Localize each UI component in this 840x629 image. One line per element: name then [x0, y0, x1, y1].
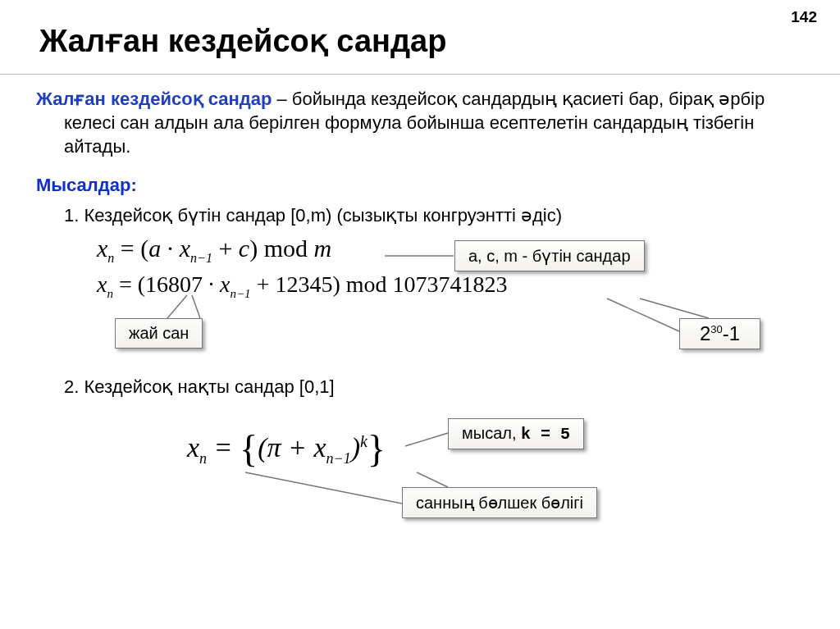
balloon-acm-integers: a, c, m - бүтін сандар: [454, 240, 645, 271]
content-area: Жалған кездейсоқ сандар – бойында кездей…: [36, 87, 807, 470]
example-2-label: 2. Кездейсоқ нақты сандар [0,1]: [64, 375, 807, 399]
formula-1: xn = (a · xn−1 + c) mod m: [97, 232, 807, 268]
page-number: 142: [791, 8, 817, 26]
slide-title: Жалған кездейсоқ сандар: [39, 23, 446, 59]
balloon-fractional-part: санның бөлшек бөлігі: [402, 487, 597, 518]
svg-line-6: [417, 472, 448, 487]
balloon-example-k5: мысал, k = 5: [448, 418, 584, 449]
svg-line-7: [245, 472, 402, 504]
balloon-prime-number: жай сан: [115, 318, 203, 349]
formula-2: xn = (16807 · xn−1 + 12345) mod 10737418…: [97, 270, 807, 306]
title-divider: [0, 74, 840, 75]
definition-term: Жалған кездейсоқ сандар: [36, 89, 272, 109]
balloon-230-minus-1: 230-1: [679, 318, 760, 349]
examples-label: Мысалдар:: [36, 173, 807, 197]
definition-paragraph: Жалған кездейсоқ сандар – бойында кездей…: [36, 87, 807, 158]
example-1-label: 1. Кездейсоқ бүтін сандар [0,m) (сызықты…: [64, 203, 807, 227]
